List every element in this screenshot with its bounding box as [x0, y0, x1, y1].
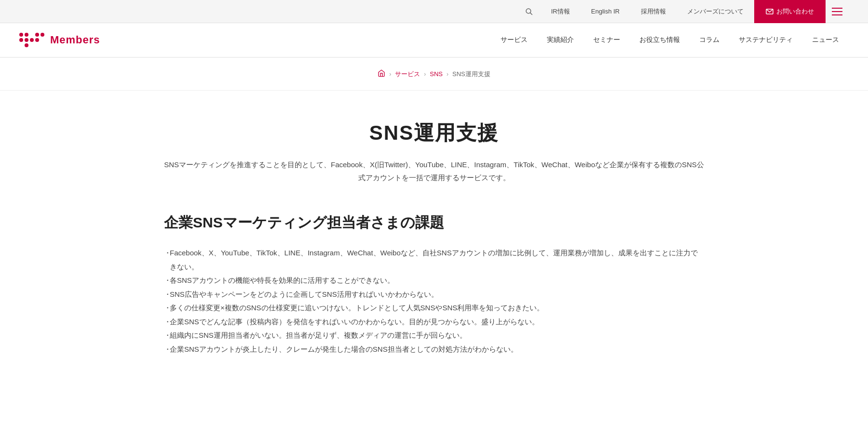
- nav-column[interactable]: コラム: [690, 23, 729, 57]
- english-ir-link[interactable]: English IR: [581, 0, 630, 23]
- bullet-list: Facebook、X、YouTube、TikTok、LINE、Instagram…: [164, 246, 704, 356]
- ir-link[interactable]: IR情報: [541, 0, 581, 23]
- nav-sustainability[interactable]: サステナビリティ: [729, 23, 802, 57]
- breadcrumb-sep-1: ›: [389, 71, 391, 78]
- list-item: SNS広告やキャンペーンをどのように企画してSNS活用すればいいかわからない。: [164, 288, 704, 302]
- nav-seminar[interactable]: セミナー: [583, 23, 630, 57]
- breadcrumb-sns[interactable]: SNS: [430, 70, 443, 78]
- list-item: 企業SNSアカウントが炎上したり、クレームが発生した場合のSNS担当者としての対…: [164, 343, 704, 357]
- recruit-link[interactable]: 採用情報: [630, 0, 677, 23]
- search-icon: [525, 7, 533, 16]
- list-item: Facebook、X、YouTube、TikTok、LINE、Instagram…: [164, 246, 704, 274]
- main-header: Members サービス 実績紹介 セミナー お役立ち情報 コラム サステナビリ…: [0, 23, 868, 58]
- breadcrumb-sep-3: ›: [447, 71, 448, 78]
- page-title-section: SNS運用支援 SNSマーケティングを推進することを目的として、Facebook…: [164, 119, 704, 184]
- breadcrumb-current: SNS運用支援: [452, 70, 490, 79]
- breadcrumb-service[interactable]: サービス: [395, 70, 420, 79]
- top-bar-navigation: IR情報 English IR 採用情報 メンバーズについて お問い合わせ: [517, 0, 849, 23]
- search-button[interactable]: [517, 0, 541, 23]
- hamburger-icon: [832, 8, 842, 15]
- home-icon: [378, 69, 385, 77]
- main-navigation: サービス 実績紹介 セミナー お役立ち情報 コラム サステナビリティ ニュース: [491, 23, 849, 57]
- breadcrumb: › サービス › SNS › SNS運用支援: [378, 69, 490, 79]
- list-item: 企業SNSでどんな記事（投稿内容）を発信をすればいいのかわからない。目的が見つか…: [164, 315, 704, 329]
- logo-dots: [19, 33, 44, 47]
- list-item: 組織内にSNS運用担当者がいない。担当者が足りず、複数メディアの運営に手が回らな…: [164, 329, 704, 343]
- breadcrumb-area: › サービス › SNS › SNS運用支援: [0, 58, 868, 91]
- envelope-icon: [766, 9, 773, 14]
- contact-label: お問い合わせ: [776, 7, 814, 16]
- list-item: 各SNSアカウントの機能や特長を効果的に活用することができない。: [164, 274, 704, 288]
- svg-line-1: [530, 13, 532, 14]
- logo-text: Members: [50, 34, 100, 46]
- main-content: SNS運用支援 SNSマーケティングを推進することを目的として、Facebook…: [145, 91, 723, 385]
- contact-button[interactable]: お問い合わせ: [754, 0, 826, 23]
- nav-service[interactable]: サービス: [491, 23, 537, 57]
- top-bar: IR情報 English IR 採用情報 メンバーズについて お問い合わせ: [0, 0, 868, 23]
- section-title: 企業SNSマーケティング担当者さまの課題: [164, 213, 704, 233]
- members-about-link[interactable]: メンバーズについて: [677, 0, 754, 23]
- page-title: SNS運用支援: [164, 119, 704, 146]
- breadcrumb-home[interactable]: [378, 69, 385, 79]
- nav-news[interactable]: ニュース: [802, 23, 849, 57]
- hamburger-menu[interactable]: [826, 0, 849, 23]
- list-item: 多くの仕様変更×複数のSNSの仕様変更に追いつけない。トレンドとして人気SNSや…: [164, 301, 704, 315]
- svg-point-0: [526, 9, 531, 13]
- page-description: SNSマーケティングを推進することを目的として、Facebook、X(旧Twit…: [164, 158, 704, 184]
- breadcrumb-sep-2: ›: [424, 71, 426, 78]
- nav-useful[interactable]: お役立ち情報: [630, 23, 690, 57]
- logo-link[interactable]: Members: [19, 33, 100, 47]
- nav-results[interactable]: 実績紹介: [537, 23, 583, 57]
